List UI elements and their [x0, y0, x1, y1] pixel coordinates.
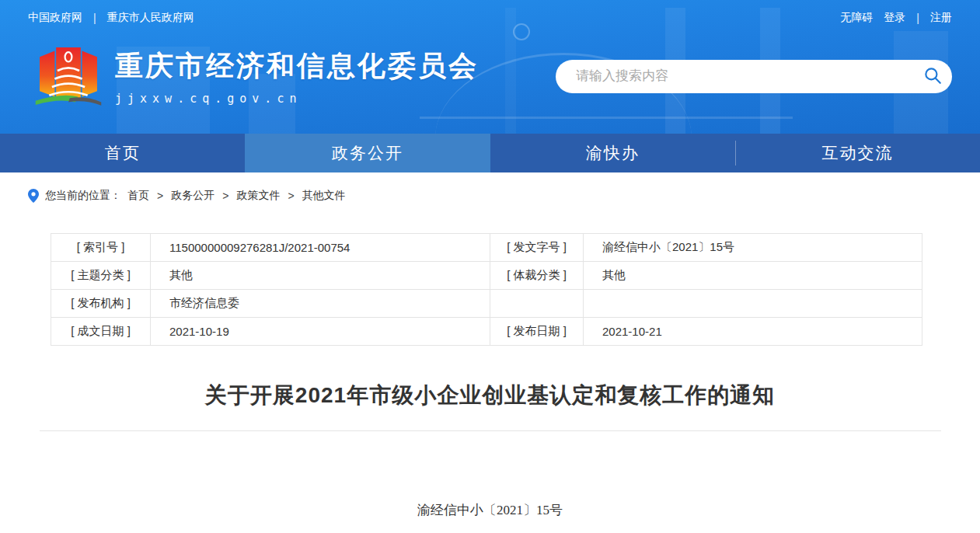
nav-item-interaction[interactable]: 互动交流 — [735, 134, 980, 172]
meta-label-issuing-agency: [ 发布机构 ] — [51, 290, 151, 318]
site-logo-icon — [34, 40, 103, 112]
breadcrumb-item-policy-files[interactable]: 政策文件 — [236, 189, 280, 203]
breadcrumb-item-home[interactable]: 首页 — [127, 189, 149, 203]
site-title: 重庆市经济和信息化委员会 — [115, 47, 479, 85]
meta-label-index-no: [ 索引号 ] — [51, 234, 151, 262]
meta-value-empty — [584, 290, 922, 318]
meta-value-doc-no: 渝经信中小〔2021〕15号 — [584, 234, 922, 262]
title-divider — [40, 430, 941, 431]
breadcrumb-separator: > — [222, 190, 228, 202]
breadcrumb-prefix: 您当前的位置： — [45, 189, 121, 203]
topbar: 中国政府网 | 重庆市人民政府网 无障碍 登录 | 注册 — [0, 0, 980, 36]
breadcrumb-separator: > — [157, 190, 163, 202]
register-link[interactable]: 注册 — [930, 11, 952, 25]
brand-block: 重庆市经济和信息化委员会 jjxxw.cq.gov.cn — [115, 47, 479, 106]
breadcrumb-separator: > — [288, 190, 294, 202]
site-url: jjxxw.cq.gov.cn — [115, 92, 479, 106]
meta-value-issuing-agency: 市经济信息委 — [151, 290, 490, 318]
nav-item-yukuaiban[interactable]: 渝快办 — [490, 134, 735, 172]
nav-item-gov-affairs[interactable]: 政务公开 — [245, 134, 490, 172]
meta-label-genre-class: [ 体裁分类 ] — [490, 262, 584, 290]
site-banner: 中国政府网 | 重庆市人民政府网 无障碍 登录 | 注册 — [0, 0, 980, 134]
search-icon — [922, 65, 943, 85]
document-title: 关于开展2021年市级小企业创业基认定和复核工作的通知 — [0, 381, 980, 410]
meta-value-publish-date: 2021-10-21 — [584, 318, 922, 346]
nav-item-home[interactable]: 首页 — [0, 134, 245, 172]
accessibility-link[interactable]: 无障碍 — [840, 11, 873, 25]
site-header: 重庆市经济和信息化委员会 jjxxw.cq.gov.cn — [0, 36, 980, 112]
meta-label-topic-class: [ 主题分类 ] — [51, 262, 151, 290]
meta-value-written-date: 2021-10-19 — [151, 318, 490, 346]
meta-value-topic-class: 其他 — [151, 262, 490, 290]
breadcrumb: 您当前的位置： 首页 > 政务公开 > 政策文件 > 其他文件 — [0, 172, 980, 203]
breadcrumb-item-other-files[interactable]: 其他文件 — [302, 189, 346, 203]
table-row: [ 成文日期 ] 2021-10-19 [ 发布日期 ] 2021-10-21 — [51, 318, 922, 346]
table-row: [ 索引号 ] 11500000009276281J/2021-00754 [ … — [51, 234, 922, 262]
topbar-separator: | — [93, 12, 96, 24]
document-number: 渝经信中小〔2021〕15号 — [0, 501, 980, 519]
meta-label-publish-date: [ 发布日期 ] — [490, 318, 584, 346]
search-bar — [556, 60, 952, 93]
search-button[interactable] — [919, 64, 946, 90]
bridge-decoration — [420, 117, 793, 119]
topbar-link-cq-gov[interactable]: 重庆市人民政府网 — [107, 11, 194, 25]
meta-label-empty — [490, 290, 584, 318]
meta-label-doc-no: [ 发文字号 ] — [490, 234, 584, 262]
document-meta-table: [ 索引号 ] 11500000009276281J/2021-00754 [ … — [51, 233, 922, 346]
login-link[interactable]: 登录 — [884, 11, 905, 25]
location-pin-icon — [28, 189, 39, 203]
table-row: [ 主题分类 ] 其他 [ 体裁分类 ] 其他 — [51, 262, 922, 290]
topbar-link-china-gov[interactable]: 中国政府网 — [28, 11, 82, 25]
topbar-separator: | — [916, 12, 919, 24]
meta-label-written-date: [ 成文日期 ] — [51, 318, 151, 346]
table-row: [ 发布机构 ] 市经济信息委 — [51, 290, 922, 318]
search-input[interactable] — [556, 60, 952, 93]
meta-value-index-no: 11500000009276281J/2021-00754 — [151, 234, 490, 262]
breadcrumb-item-gov-affairs[interactable]: 政务公开 — [171, 189, 214, 203]
meta-value-genre-class: 其他 — [584, 262, 922, 290]
main-nav: 首页 政务公开 渝快办 互动交流 — [0, 134, 980, 172]
